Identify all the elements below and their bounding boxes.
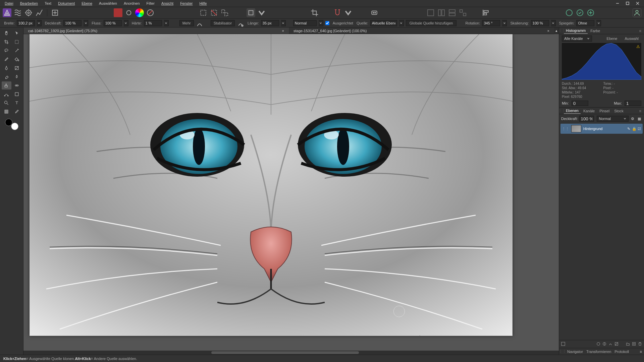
chevron-down-icon[interactable] xyxy=(257,8,266,17)
swatch-red-icon[interactable] xyxy=(114,8,122,17)
text-tool-icon[interactable] xyxy=(12,99,22,107)
tab-layers[interactable]: Ebenen xyxy=(564,108,581,114)
rope-icon[interactable] xyxy=(237,20,244,26)
hist-selection-button[interactable]: Auswahl xyxy=(622,36,641,41)
menu-fenster[interactable]: Fenster xyxy=(177,0,196,6)
canvas-viewport[interactable]: + xyxy=(23,34,559,351)
selection-mode-b-icon[interactable] xyxy=(210,8,218,17)
panel-menu-icon[interactable]: ≡ xyxy=(638,109,643,113)
edit-icon[interactable]: ✎ xyxy=(627,127,631,131)
swatch-rainbow-icon[interactable] xyxy=(135,8,144,17)
chevron-down-icon[interactable] xyxy=(596,20,601,26)
tab-color[interactable]: Farbe xyxy=(588,28,602,34)
cloud-b-icon[interactable] xyxy=(576,8,584,17)
aligned-checkbox[interactable] xyxy=(325,21,329,25)
tab-stock[interactable]: Stock xyxy=(612,108,626,114)
grip-icon[interactable]: ⋮⋮ xyxy=(560,109,563,113)
panel-menu-icon[interactable]: ≡ xyxy=(638,29,643,33)
layer-opacity-input[interactable] xyxy=(579,116,594,122)
chevron-down-icon[interactable] xyxy=(502,20,507,26)
tab-history[interactable]: Protokoll xyxy=(614,350,629,354)
arrange-c-icon[interactable] xyxy=(448,8,457,17)
group-icon[interactable] xyxy=(626,342,630,347)
wand-tool-icon[interactable] xyxy=(12,47,22,55)
selection-mode-c-icon[interactable] xyxy=(220,8,229,17)
fill-tool-icon[interactable] xyxy=(12,55,22,63)
checker-icon[interactable]: ▦ xyxy=(637,117,642,121)
cloud-c-icon[interactable] xyxy=(586,8,595,17)
channel-select[interactable]: Alle Kanäle xyxy=(562,36,592,42)
delete-layer-icon[interactable] xyxy=(638,342,642,347)
gear-icon[interactable]: ⚙ xyxy=(630,117,635,121)
crop-tool-icon[interactable] xyxy=(310,8,319,17)
arrange-d-icon[interactable] xyxy=(459,8,467,17)
adjust-icon[interactable] xyxy=(602,342,606,347)
close-icon[interactable]: × xyxy=(275,29,284,33)
layer-name[interactable]: Hintergrund xyxy=(583,127,625,131)
grip-icon[interactable]: ⋮⋮ xyxy=(560,28,563,33)
eraser-tool-icon[interactable] xyxy=(2,73,11,81)
picker-icon[interactable] xyxy=(124,8,133,17)
menu-filter[interactable]: Filter xyxy=(143,0,158,6)
tonemap-persona-icon[interactable] xyxy=(35,8,44,17)
chevron-down-icon[interactable] xyxy=(344,8,353,17)
tab-histogram[interactable]: Histogramm xyxy=(564,28,588,34)
menu-auswaehlen[interactable]: Auswählen xyxy=(96,0,120,6)
menu-ebene[interactable]: Ebene xyxy=(78,0,96,6)
menu-text[interactable]: Text xyxy=(41,0,55,6)
account-icon[interactable] xyxy=(633,8,641,17)
add-global-source-button[interactable]: Globale Quelle hinzufügen xyxy=(406,20,457,26)
chevron-down-icon[interactable] xyxy=(37,20,42,26)
liquify-persona-icon[interactable] xyxy=(13,8,22,17)
menu-dokument[interactable]: Dokument xyxy=(55,0,78,6)
adjust2-icon[interactable] xyxy=(608,342,612,347)
hardness-input[interactable] xyxy=(144,20,162,26)
export-persona-icon[interactable] xyxy=(51,8,59,17)
scrollbar-thumb[interactable] xyxy=(211,351,359,354)
maximize-button[interactable] xyxy=(623,0,633,7)
chevron-down-icon[interactable] xyxy=(164,20,169,26)
assistant-icon[interactable] xyxy=(370,8,379,17)
no-fill-icon[interactable] xyxy=(146,8,155,17)
source-select[interactable] xyxy=(370,20,397,26)
tab-brushes[interactable]: Pinsel xyxy=(597,108,611,114)
eyedropper-tool-icon[interactable] xyxy=(12,108,22,116)
arrange-a-icon[interactable] xyxy=(426,8,435,17)
crop-tool-icon[interactable] xyxy=(2,38,11,46)
develop-persona-icon[interactable] xyxy=(24,8,33,17)
node-tool-icon[interactable] xyxy=(2,90,11,98)
grip-icon[interactable]: ⋮⋮ xyxy=(561,349,564,354)
chevron-down-icon[interactable] xyxy=(399,20,404,26)
cloud-a-icon[interactable] xyxy=(565,8,574,17)
layer-thumbnail[interactable] xyxy=(571,125,581,132)
brush-tool-icon[interactable] xyxy=(2,55,11,63)
mask-icon[interactable] xyxy=(561,342,565,347)
panel-menu-icon[interactable]: ≡ xyxy=(640,350,642,354)
tab-channels[interactable]: Kanäle xyxy=(581,108,597,114)
close-icon[interactable]: × xyxy=(541,29,549,33)
blendmode-select[interactable] xyxy=(293,20,317,26)
align-left-icon[interactable] xyxy=(481,8,490,17)
pen-tool-icon[interactable] xyxy=(2,64,11,72)
mesh-tool-icon[interactable] xyxy=(2,108,11,116)
color-swatch[interactable] xyxy=(5,119,18,130)
max-input[interactable] xyxy=(625,101,641,106)
lasso-tool-icon[interactable] xyxy=(2,47,11,55)
menu-hilfe[interactable]: Hilfe xyxy=(196,0,210,6)
chevron-down-icon[interactable] xyxy=(124,20,128,26)
chevron-down-icon[interactable] xyxy=(84,20,88,26)
grip-icon[interactable]: ⋮⋮ xyxy=(562,127,569,131)
minimize-button[interactable] xyxy=(612,0,623,7)
width-input[interactable] xyxy=(17,20,35,26)
hist-layer-button[interactable]: Ebene xyxy=(604,36,620,41)
heal-tool-icon[interactable] xyxy=(12,81,22,89)
min-input[interactable] xyxy=(572,101,588,106)
layer-item[interactable]: ⋮⋮ Hintergrund ✎ 🔒 ☑ xyxy=(560,124,643,134)
document-tab-2[interactable]: stage-1531427_640.jpg [Geändert] (100.0%… xyxy=(289,27,554,34)
scale-input[interactable] xyxy=(531,20,549,26)
quickmask-icon[interactable] xyxy=(247,8,255,17)
zoom-tool-icon[interactable] xyxy=(2,99,11,107)
chevron-down-icon[interactable] xyxy=(551,20,556,26)
selection-mode-a-icon[interactable] xyxy=(199,8,208,17)
rotation-input[interactable] xyxy=(482,20,500,26)
